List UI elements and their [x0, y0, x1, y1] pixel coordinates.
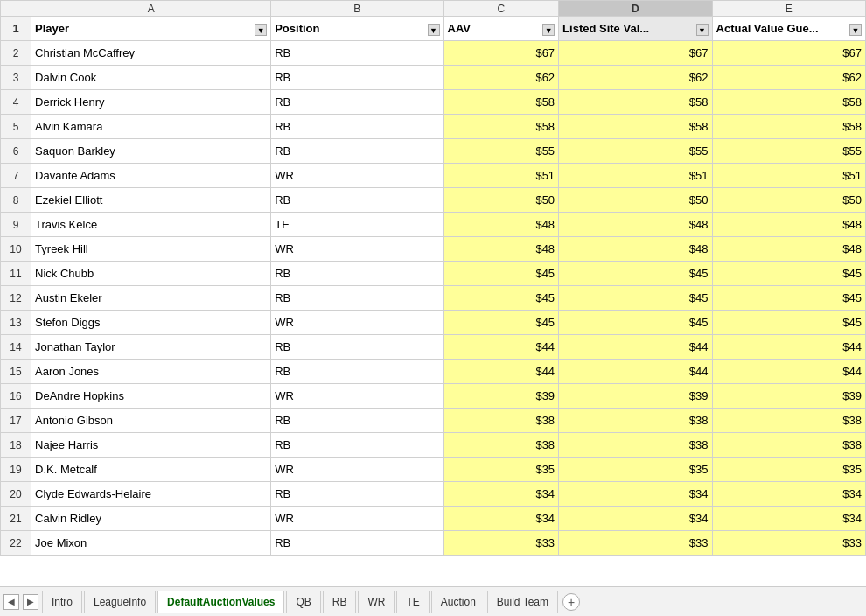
listed-cell[interactable]: $34 — [559, 507, 712, 531]
position-cell[interactable]: RB — [271, 41, 443, 66]
position-cell[interactable]: RB — [271, 262, 443, 286]
player-cell[interactable]: Tyreek Hill — [31, 237, 271, 262]
position-cell[interactable]: RB — [271, 335, 443, 360]
aav-cell[interactable]: $33 — [443, 531, 559, 556]
actual-cell[interactable]: $58 — [712, 90, 865, 115]
aav-cell[interactable]: $44 — [443, 335, 559, 360]
player-cell[interactable]: Alvin Kamara — [31, 115, 271, 139]
col-letter-d[interactable]: D — [559, 1, 712, 17]
actual-cell[interactable]: $67 — [712, 41, 865, 66]
position-cell[interactable]: RB — [271, 531, 443, 556]
aav-cell[interactable]: $38 — [443, 433, 559, 458]
tab-wr[interactable]: WR — [358, 591, 395, 613]
tab-build-team[interactable]: Build Team — [487, 591, 558, 613]
player-cell[interactable]: DeAndre Hopkins — [31, 384, 271, 409]
actual-cell[interactable]: $50 — [712, 188, 865, 213]
aav-cell[interactable]: $39 — [443, 384, 559, 409]
player-cell[interactable]: Joe Mixon — [31, 531, 271, 556]
player-cell[interactable]: Saquon Barkley — [31, 139, 271, 164]
tab-intro[interactable]: Intro — [42, 591, 82, 613]
player-cell[interactable]: Najee Harris — [31, 433, 271, 458]
tab-auction[interactable]: Auction — [431, 591, 485, 613]
aav-cell[interactable]: $55 — [443, 139, 559, 164]
aav-cell[interactable]: $58 — [443, 90, 559, 115]
position-cell[interactable]: RB — [271, 360, 443, 384]
listed-cell[interactable]: $58 — [559, 90, 712, 115]
listed-cell[interactable]: $44 — [559, 360, 712, 384]
position-cell[interactable]: WR — [271, 164, 443, 188]
actual-cell[interactable]: $45 — [712, 311, 865, 335]
actual-cell[interactable]: $48 — [712, 237, 865, 262]
actual-cell[interactable]: $34 — [712, 482, 865, 507]
position-cell[interactable]: TE — [271, 213, 443, 237]
listed-cell[interactable]: $48 — [559, 237, 712, 262]
aav-cell[interactable]: $67 — [443, 41, 559, 66]
listed-cell[interactable]: $38 — [559, 433, 712, 458]
position-cell[interactable]: WR — [271, 384, 443, 409]
aav-cell[interactable]: $58 — [443, 115, 559, 139]
actual-cell[interactable]: $51 — [712, 164, 865, 188]
listed-cell[interactable]: $45 — [559, 286, 712, 311]
col-letter-b[interactable]: B — [271, 1, 443, 17]
actual-filter-btn[interactable]: ▼ — [849, 24, 862, 36]
aav-cell[interactable]: $45 — [443, 286, 559, 311]
position-cell[interactable]: WR — [271, 507, 443, 531]
position-cell[interactable]: RB — [271, 66, 443, 90]
position-cell[interactable]: WR — [271, 311, 443, 335]
listed-cell[interactable]: $48 — [559, 213, 712, 237]
col-letter-a[interactable]: A — [31, 1, 271, 17]
tab-defaultauctionvalues[interactable]: DefaultAuctionValues — [157, 591, 284, 613]
position-cell[interactable]: WR — [271, 237, 443, 262]
aav-cell[interactable]: $35 — [443, 458, 559, 482]
actual-cell[interactable]: $34 — [712, 507, 865, 531]
actual-cell[interactable]: $45 — [712, 286, 865, 311]
col-letter-c[interactable]: C — [443, 1, 559, 17]
tab-scroll-left[interactable]: ◀ — [3, 594, 19, 610]
player-cell[interactable]: Dalvin Cook — [31, 66, 271, 90]
listed-cell[interactable]: $38 — [559, 409, 712, 433]
listed-cell[interactable]: $55 — [559, 139, 712, 164]
actual-cell[interactable]: $55 — [712, 139, 865, 164]
tab-te[interactable]: TE — [396, 591, 429, 613]
actual-cell[interactable]: $44 — [712, 360, 865, 384]
actual-cell[interactable]: $44 — [712, 335, 865, 360]
listed-cell[interactable]: $58 — [559, 115, 712, 139]
aav-cell[interactable]: $48 — [443, 237, 559, 262]
aav-cell[interactable]: $62 — [443, 66, 559, 90]
listed-cell[interactable]: $34 — [559, 482, 712, 507]
listed-cell[interactable]: $45 — [559, 311, 712, 335]
position-cell[interactable]: RB — [271, 433, 443, 458]
position-cell[interactable]: WR — [271, 458, 443, 482]
tab-leagueinfo[interactable]: LeagueInfo — [84, 591, 156, 613]
aav-cell[interactable]: $45 — [443, 311, 559, 335]
actual-cell[interactable]: $38 — [712, 433, 865, 458]
actual-cell[interactable]: $45 — [712, 262, 865, 286]
actual-cell[interactable]: $33 — [712, 531, 865, 556]
listed-cell[interactable]: $33 — [559, 531, 712, 556]
player-cell[interactable]: Derrick Henry — [31, 90, 271, 115]
position-cell[interactable]: RB — [271, 409, 443, 433]
listed-cell[interactable]: $50 — [559, 188, 712, 213]
position-cell[interactable]: RB — [271, 482, 443, 507]
tab-rb[interactable]: RB — [323, 591, 357, 613]
player-cell[interactable]: Clyde Edwards-Helaire — [31, 482, 271, 507]
player-cell[interactable]: Austin Ekeler — [31, 286, 271, 311]
listed-cell[interactable]: $45 — [559, 262, 712, 286]
add-sheet-button[interactable]: + — [562, 593, 580, 611]
actual-cell[interactable]: $35 — [712, 458, 865, 482]
position-filter-btn[interactable]: ▼ — [428, 24, 440, 36]
aav-cell[interactable]: $50 — [443, 188, 559, 213]
aav-filter-btn[interactable]: ▼ — [542, 24, 555, 36]
actual-cell[interactable]: $58 — [712, 115, 865, 139]
position-cell[interactable]: RB — [271, 286, 443, 311]
player-cell[interactable]: Calvin Ridley — [31, 507, 271, 531]
aav-cell[interactable]: $48 — [443, 213, 559, 237]
listed-cell[interactable]: $44 — [559, 335, 712, 360]
player-cell[interactable]: Davante Adams — [31, 164, 271, 188]
position-cell[interactable]: RB — [271, 115, 443, 139]
player-cell[interactable]: Antonio Gibson — [31, 409, 271, 433]
player-cell[interactable]: Jonathan Taylor — [31, 335, 271, 360]
aav-cell[interactable]: $34 — [443, 507, 559, 531]
actual-cell[interactable]: $62 — [712, 66, 865, 90]
player-cell[interactable]: Stefon Diggs — [31, 311, 271, 335]
